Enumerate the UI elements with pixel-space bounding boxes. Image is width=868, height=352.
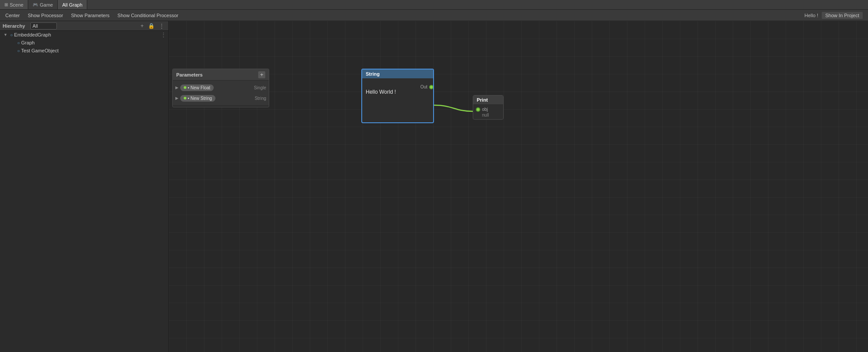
graph-toolbar: Center Show Processor Show Parameters Sh… [0, 10, 868, 21]
show-processor-button[interactable]: Show Processor [24, 12, 67, 19]
toolbar-right: Hello ! Show In Project [805, 12, 866, 19]
param-dot-icon [184, 86, 186, 89]
print-node[interactable]: Print obj null [473, 95, 504, 120]
params-header: Parameters + [173, 69, 269, 81]
obj-icon: ○ [10, 33, 13, 37]
tree-item-label: EmbeddedGraph [14, 32, 51, 37]
print-node-title: Print [477, 97, 488, 103]
graph-panel[interactable]: Parameters + ▶ • New Float Single ▶ [169, 21, 868, 352]
string-node-header: String [362, 70, 433, 78]
param-float-pill: • New Float [180, 84, 214, 91]
hierarchy-panel: Hierarchy + 🔒 ⋮ ▼ ○ EmbeddedGraph ⋮ ○ Gr… [0, 21, 169, 352]
hierarchy-add-btn[interactable]: + [139, 22, 145, 29]
params-title: Parameters [176, 72, 203, 77]
hierarchy-content: ▼ ○ EmbeddedGraph ⋮ ○ Graph ○ Test GameO… [0, 31, 168, 352]
scene-icon: ⊞ [4, 2, 8, 7]
string-value: Hello World ! [366, 89, 430, 95]
string-node[interactable]: String Out Hello World ! [361, 69, 434, 123]
string-out-port: Out [420, 84, 434, 89]
hierarchy-header: Hierarchy + 🔒 ⋮ [0, 21, 168, 31]
string-node-body: Out Hello World ! [362, 78, 433, 122]
tab-game-label: Game [40, 2, 53, 7]
param-string-type: String [255, 96, 266, 101]
obj-icon: ○ [17, 48, 20, 53]
tree-item-embeddedgraph[interactable]: ▼ ○ EmbeddedGraph ⋮ [0, 31, 168, 39]
null-label: null [476, 113, 501, 117]
param-float-label: • New Float [188, 85, 210, 90]
more-icon: ⋮ [160, 31, 167, 38]
print-node-body: obj null [473, 104, 503, 119]
tree-item-label: Test GameObject [21, 48, 59, 53]
hello-label: Hello ! [805, 13, 818, 18]
param-string-label: • New String [188, 96, 212, 101]
tree-item-graph[interactable]: ○ Graph [0, 39, 168, 47]
out-label: Out [420, 84, 427, 89]
param-item-string[interactable]: ▶ • New String String [173, 93, 269, 103]
params-body: ▶ • New Float Single ▶ • New String Stri… [173, 81, 269, 105]
param-arrow-icon: ▶ [175, 96, 178, 100]
tab-game[interactable]: 🎮 Game [28, 0, 58, 9]
out-port-dot[interactable] [429, 85, 434, 89]
tree-item-label: Graph [21, 40, 35, 45]
param-dot-icon [184, 97, 186, 99]
params-resize-handle[interactable] [173, 105, 269, 107]
param-float-type: Single [254, 85, 266, 90]
main-area: Hierarchy + 🔒 ⋮ ▼ ○ EmbeddedGraph ⋮ ○ Gr… [0, 21, 868, 352]
in-port-dot[interactable] [476, 107, 480, 112]
hierarchy-title: Hierarchy [3, 23, 25, 29]
print-in-port: obj [476, 107, 501, 112]
in-port-label: obj [482, 107, 488, 112]
center-button[interactable]: Center [2, 12, 23, 19]
show-conditional-button[interactable]: Show Conditional Processor [114, 12, 182, 19]
game-icon: 🎮 [33, 2, 38, 7]
hierarchy-actions: + 🔒 ⋮ [139, 22, 166, 29]
show-parameters-button[interactable]: Show Parameters [67, 12, 113, 19]
param-item-float[interactable]: ▶ • New Float Single [173, 82, 269, 93]
param-string-pill: • New String [180, 95, 215, 102]
hierarchy-more-btn[interactable]: ⋮ [158, 22, 166, 29]
show-in-project-button[interactable]: Show In Project [822, 12, 863, 19]
arrow-icon: ▼ [4, 33, 8, 37]
parameters-panel: Parameters + ▶ • New Float Single ▶ [172, 69, 269, 107]
params-add-button[interactable]: + [258, 71, 265, 78]
tree-item-testgameobject[interactable]: ○ Test GameObject [0, 47, 168, 55]
tab-allgraph[interactable]: All Graph [58, 0, 87, 9]
print-node-header: Print [473, 95, 503, 104]
obj-icon: ○ [17, 40, 20, 45]
tab-allgraph-label: All Graph [62, 2, 82, 7]
tab-scene[interactable]: ⊞ Scene [0, 0, 28, 9]
graph-grid [169, 21, 868, 352]
hierarchy-search-input[interactable] [30, 22, 57, 29]
top-tab-bar: ⊞ Scene 🎮 Game All Graph [0, 0, 868, 10]
tab-scene-label: Scene [10, 2, 23, 7]
string-node-title: String [366, 71, 380, 77]
param-arrow-icon: ▶ [175, 85, 178, 90]
hierarchy-lock-btn[interactable]: 🔒 [147, 22, 156, 29]
